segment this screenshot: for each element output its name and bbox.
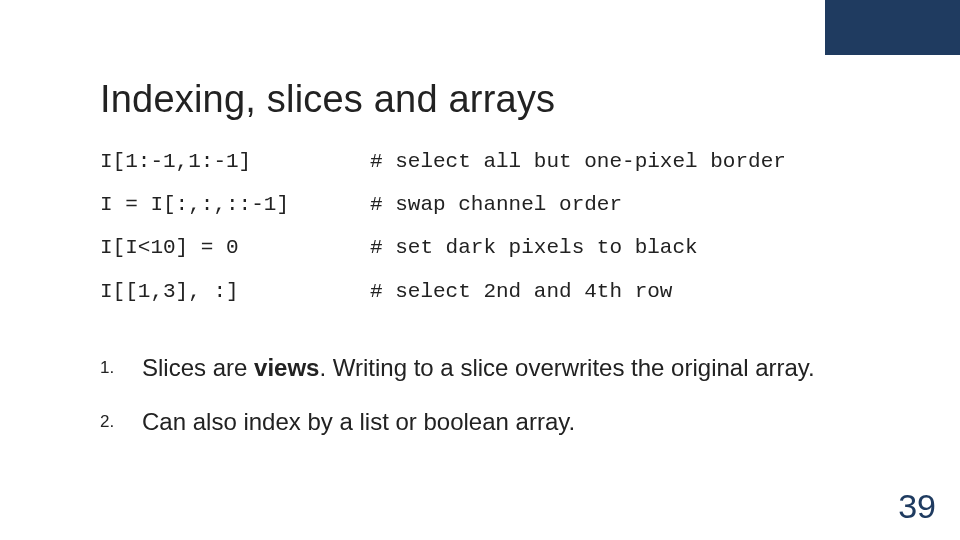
list-item: 2. Can also index by a list or boolean a… <box>100 406 900 438</box>
list-number: 2. <box>100 406 142 438</box>
slide-title: Indexing, slices and arrays <box>100 78 900 121</box>
slide: Indexing, slices and arrays I[1:-1,1:-1]… <box>0 0 960 540</box>
code-comment: # select all but one-pixel border <box>370 149 900 174</box>
code-comment: # select 2nd and 4th row <box>370 279 900 304</box>
list-text: Can also index by a list or boolean arra… <box>142 406 900 438</box>
code-row: I[1:-1,1:-1] # select all but one-pixel … <box>100 149 900 174</box>
code-examples: I[1:-1,1:-1] # select all but one-pixel … <box>100 149 900 304</box>
code-expr: I[1:-1,1:-1] <box>100 149 370 174</box>
text-strong: views <box>254 354 319 381</box>
text-prefix: Slices are <box>142 354 254 381</box>
code-row: I = I[:,:,::-1] # swap channel order <box>100 192 900 217</box>
list-text: Slices are views. Writing to a slice ove… <box>142 352 900 384</box>
text-prefix: Can also index by a list or boolean arra… <box>142 408 575 435</box>
list-item: 1. Slices are views. Writing to a slice … <box>100 352 900 384</box>
list-number: 1. <box>100 352 142 384</box>
code-expr: I[[1,3], :] <box>100 279 370 304</box>
code-row: I[[1,3], :] # select 2nd and 4th row <box>100 279 900 304</box>
notes-list: 1. Slices are views. Writing to a slice … <box>100 352 900 439</box>
code-comment: # set dark pixels to black <box>370 235 900 260</box>
accent-bar <box>825 0 960 55</box>
code-expr: I[I<10] = 0 <box>100 235 370 260</box>
code-row: I[I<10] = 0 # set dark pixels to black <box>100 235 900 260</box>
page-number: 39 <box>898 487 936 526</box>
text-suffix: . Writing to a slice overwrites the orig… <box>319 354 814 381</box>
slide-content: Indexing, slices and arrays I[1:-1,1:-1]… <box>100 78 900 461</box>
code-comment: # swap channel order <box>370 192 900 217</box>
code-expr: I = I[:,:,::-1] <box>100 192 370 217</box>
